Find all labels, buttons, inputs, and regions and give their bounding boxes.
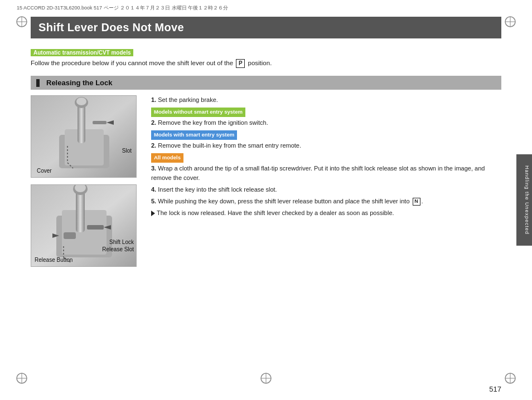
right-tab-label: Handling the Unexpected — [524, 165, 530, 235]
releasing-lock-title: Releasing the Lock — [46, 79, 112, 87]
svg-rect-31 — [64, 232, 76, 239]
step-2b: Models with smart entry system 2. Remove… — [151, 130, 501, 150]
image-2-shift-lever-bottom: Release Button Shift LockRelease Slot — [31, 184, 137, 267]
step-2a: Models without smart entry system 2. Rem… — [151, 107, 501, 128]
svg-rect-21 — [93, 121, 107, 124]
left-column: Slot Cover — [31, 95, 142, 267]
two-col-layout: Slot Cover — [31, 95, 501, 267]
page-number: 517 — [489, 385, 501, 393]
step-3: All models 3. Wrap a cloth around the ti… — [151, 153, 501, 183]
step-5: 5. While pushing the key down, press the… — [151, 197, 501, 206]
right-column: 1. Set the parking brake. Models without… — [151, 95, 501, 267]
section-header-releasing-lock: Releasing the Lock — [31, 76, 501, 90]
corner-ornament-bl — [16, 372, 28, 384]
file-info-text: 15 ACCORD 2D-31T3L6200.book 517 ページ ２０１４… — [17, 5, 228, 11]
release-button-label: Release Button — [35, 257, 72, 263]
section-header-bar-icon — [36, 79, 40, 87]
page-title: Shift Lever Does Not Move — [31, 17, 501, 38]
corner-ornament-tl — [16, 16, 28, 28]
image-1-shift-lever-top: Slot Cover — [31, 95, 137, 178]
section-label-at: Automatic transmission/CVT models — [31, 48, 501, 58]
badge-no-smart-entry: Models without smart entry system — [151, 108, 245, 117]
slot-label: Slot — [122, 148, 132, 154]
n-symbol: N — [413, 198, 420, 206]
right-margin-tab: Handling the Unexpected — [516, 154, 532, 246]
step-1: 1. Set the parking brake. — [151, 95, 501, 105]
note-arrow-icon — [151, 211, 155, 216]
image-2-svg — [31, 185, 137, 267]
shift-lock-slot-label: Shift LockRelease Slot — [102, 238, 134, 253]
page-container: 15 ACCORD 2D-31T3L6200.book 517 ページ ２０１４… — [0, 0, 532, 400]
badge-smart-entry: Models with smart entry system — [151, 130, 237, 140]
main-content: Shift Lever Does Not Move Automatic tran… — [31, 17, 501, 383]
cover-label: Cover — [37, 168, 52, 174]
image-1-svg — [31, 96, 137, 178]
intro-text: Follow the procedure below if you cannot… — [31, 58, 376, 68]
p-symbol: P — [236, 59, 245, 68]
badge-all-models: All models — [151, 153, 183, 163]
svg-point-20 — [76, 97, 86, 105]
svg-rect-32 — [87, 225, 104, 230]
steps-list: 1. Set the parking brake. Models without… — [151, 95, 501, 218]
step-4: 4. Insert the key into the shift lock re… — [151, 185, 501, 194]
image-2-interior — [31, 185, 136, 266]
image-1-interior — [31, 96, 136, 177]
step-note: The lock is now released. Have the shift… — [151, 208, 501, 218]
at-label: Automatic transmission/CVT models — [31, 49, 133, 56]
corner-ornament-br — [504, 372, 516, 384]
corner-ornament-tr — [504, 16, 516, 28]
intro-section: Automatic transmission/CVT models Follow… — [31, 48, 501, 68]
file-info-bar: 15 ACCORD 2D-31T3L6200.book 517 ページ ２０１４… — [17, 4, 501, 12]
